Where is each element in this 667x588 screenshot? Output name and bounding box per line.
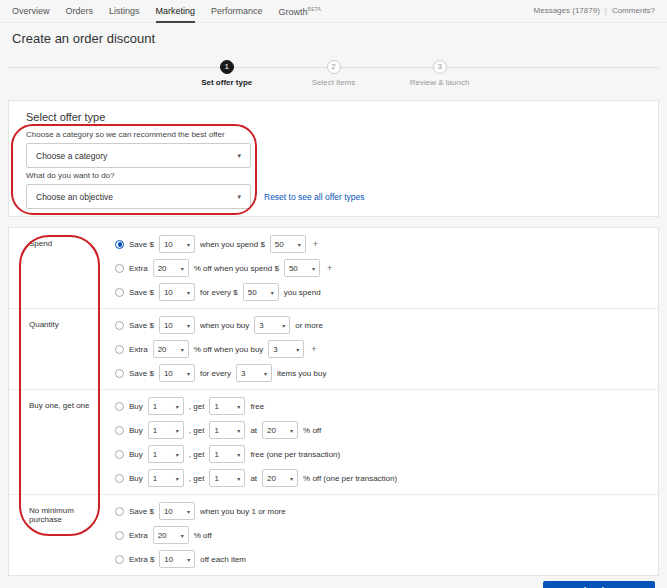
chevron-down-icon: ▾ xyxy=(296,346,299,353)
offer-option: Buy1▾, get1▾free xyxy=(109,394,658,418)
top-nav: OverviewOrdersListingsMarketingPerforman… xyxy=(0,0,667,23)
step-circle-1[interactable]: 1 xyxy=(220,60,234,74)
value-dropdown[interactable]: 3▾ xyxy=(254,316,290,334)
dropdown-value: 1 xyxy=(153,402,157,411)
option-text: , get xyxy=(189,474,205,483)
nav-tab-performance[interactable]: Performance xyxy=(211,6,263,23)
radio-button[interactable] xyxy=(115,474,124,483)
dropdown-value: 20 xyxy=(158,345,167,354)
radio-button[interactable] xyxy=(115,369,124,378)
dropdown-value: 50 xyxy=(289,264,298,273)
nav-tab-orders[interactable]: Orders xyxy=(66,6,94,23)
radio-button[interactable] xyxy=(115,426,124,435)
option-text: Buy xyxy=(129,426,143,435)
value-dropdown[interactable]: 3▾ xyxy=(268,340,304,358)
radio-button[interactable] xyxy=(115,507,124,516)
option-text: Extra xyxy=(129,264,148,273)
radio-button[interactable] xyxy=(115,288,124,297)
category-dropdown-value: Choose a category xyxy=(36,151,107,161)
radio-button[interactable] xyxy=(115,345,124,354)
value-dropdown[interactable]: 10▾ xyxy=(159,550,195,568)
option-text: for every xyxy=(200,369,231,378)
radio-button[interactable] xyxy=(115,240,124,249)
option-text: when you buy 1 or more xyxy=(200,507,286,516)
value-dropdown[interactable]: 1▾ xyxy=(148,445,184,463)
reset-offer-types-link[interactable]: Reset to see all offer types xyxy=(264,192,364,202)
offer-group-label: Quantity xyxy=(9,309,109,389)
value-dropdown[interactable]: 1▾ xyxy=(148,421,184,439)
add-tier-link[interactable]: + xyxy=(313,239,318,249)
chevron-down-icon: ▾ xyxy=(181,532,184,539)
category-dropdown[interactable]: Choose a category ▾ xyxy=(26,143,251,168)
nav-tab-listings[interactable]: Listings xyxy=(109,6,140,23)
value-dropdown[interactable]: 1▾ xyxy=(209,397,245,415)
value-dropdown[interactable]: 20▾ xyxy=(153,340,189,358)
value-dropdown[interactable]: 20▾ xyxy=(262,421,298,439)
chevron-down-icon: ▾ xyxy=(187,241,190,248)
radio-button[interactable] xyxy=(115,450,124,459)
option-text: % off xyxy=(194,531,212,540)
offer-group: QuantitySave $10▾when you buy3▾or moreEx… xyxy=(9,308,658,389)
step-1: 1Set offer type xyxy=(172,54,282,87)
option-text: , get xyxy=(189,450,205,459)
dropdown-value: 1 xyxy=(153,426,157,435)
step-circle-2[interactable]: 2 xyxy=(327,60,341,74)
value-dropdown[interactable]: 10▾ xyxy=(159,502,195,520)
dropdown-value: 1 xyxy=(214,426,218,435)
value-dropdown[interactable]: 50▾ xyxy=(284,259,320,277)
offer-type-heading: Select offer type xyxy=(26,111,658,123)
value-dropdown[interactable]: 20▾ xyxy=(153,526,189,544)
value-dropdown[interactable]: 10▾ xyxy=(159,283,195,301)
offer-group-label: No minimum purchase xyxy=(9,495,109,575)
radio-button[interactable] xyxy=(115,402,124,411)
add-tier-link[interactable]: + xyxy=(311,344,316,354)
option-text: , get xyxy=(189,402,205,411)
radio-button[interactable] xyxy=(115,321,124,330)
nav-tab-overview[interactable]: Overview xyxy=(12,6,50,23)
messages-link[interactable]: Messages (17879) xyxy=(534,6,600,15)
radio-button[interactable] xyxy=(115,264,124,273)
value-dropdown[interactable]: 20▾ xyxy=(262,469,298,487)
offer-group-label: Buy one, get one xyxy=(9,390,109,494)
value-dropdown[interactable]: 50▾ xyxy=(270,235,306,253)
radio-button[interactable] xyxy=(115,531,124,540)
offer-group: SpendSave $10▾when you spend $50▾+Extra2… xyxy=(9,228,658,308)
progress-stepper: 1Set offer type2Select items3Review & la… xyxy=(8,54,659,94)
offer-option: Extra20▾% off when you buy3▾+ xyxy=(109,337,658,361)
value-dropdown[interactable]: 50▾ xyxy=(243,283,279,301)
chevron-down-icon: ▾ xyxy=(290,475,293,482)
value-dropdown[interactable]: 3▾ xyxy=(236,364,272,382)
option-text: off each item xyxy=(200,555,246,564)
step-2: 2Select items xyxy=(279,54,389,87)
option-text: Extra xyxy=(129,531,148,540)
option-text: free (one per transaction) xyxy=(250,450,340,459)
value-dropdown[interactable]: 20▾ xyxy=(153,259,189,277)
radio-button[interactable] xyxy=(115,555,124,564)
add-tier-link[interactable]: + xyxy=(327,263,332,273)
dropdown-value: 10 xyxy=(164,288,173,297)
option-text: when you buy xyxy=(200,321,249,330)
offer-option: Extra20▾% off xyxy=(109,523,658,547)
value-dropdown[interactable]: 1▾ xyxy=(209,445,245,463)
value-dropdown[interactable]: 1▾ xyxy=(148,469,184,487)
offer-option: Buy1▾, get1▾at20▾% off (one per transact… xyxy=(109,466,658,490)
dropdown-value: 20 xyxy=(267,426,276,435)
value-dropdown[interactable]: 1▾ xyxy=(209,469,245,487)
value-dropdown[interactable]: 1▾ xyxy=(148,397,184,415)
option-text: at xyxy=(250,426,257,435)
nav-tab-marketing[interactable]: Marketing xyxy=(156,6,196,23)
offer-option: Buy1▾, get1▾at20▾% off xyxy=(109,418,658,442)
value-dropdown[interactable]: 10▾ xyxy=(159,316,195,334)
dropdown-value: 3 xyxy=(273,345,277,354)
dropdown-value: 20 xyxy=(267,474,276,483)
value-dropdown[interactable]: 1▾ xyxy=(209,421,245,439)
comments-link[interactable]: Comments? xyxy=(612,6,655,15)
step-circle-3[interactable]: 3 xyxy=(433,60,447,74)
step-label: Set offer type xyxy=(172,78,282,87)
value-dropdown[interactable]: 10▾ xyxy=(159,235,195,253)
value-dropdown[interactable]: 10▾ xyxy=(159,364,195,382)
chevron-down-icon: ▾ xyxy=(312,265,315,272)
select-items-button[interactable]: Select items xyxy=(543,581,655,588)
nav-tab-growth[interactable]: GrowthBETA xyxy=(279,6,322,23)
objective-dropdown[interactable]: Choose an objective ▾ xyxy=(26,184,251,209)
